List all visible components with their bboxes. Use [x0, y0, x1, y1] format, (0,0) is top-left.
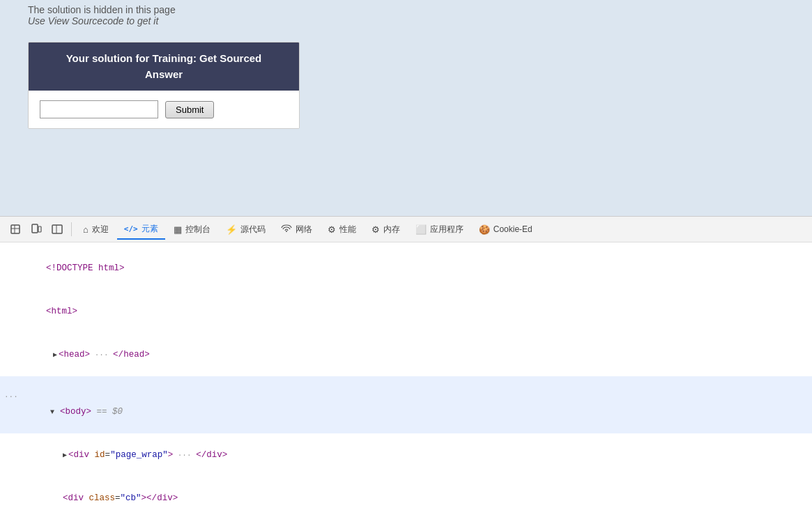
tab-memory-label: 内存 — [383, 224, 400, 236]
solution-box: Your solution for Training: Get Sourced … — [28, 42, 300, 129]
tab-network[interactable]: 网络 — [274, 220, 319, 239]
solution-body: Submit — [29, 91, 299, 128]
memory-icon: ⚙ — [371, 224, 380, 235]
code-line-body: ··· ▼ <body> == $0 — [0, 376, 812, 433]
submit-button[interactable]: Submit — [165, 101, 214, 118]
tab-application-label: 应用程序 — [430, 224, 464, 236]
answer-input[interactable] — [40, 100, 158, 118]
tab-console[interactable]: ▦ 控制台 — [167, 220, 217, 239]
tab-console-label: 控制台 — [185, 224, 210, 236]
tab-elements-label: 元素 — [141, 223, 158, 235]
svg-rect-5 — [52, 225, 62, 233]
tab-welcome[interactable]: ⌂ 欢迎 — [76, 220, 116, 239]
devtools-toolbar: ⌂ 欢迎 </> 元素 ▦ 控制台 ⚡ 源代码 网络 ⚙ 性能 — [0, 216, 812, 242]
code-line-div-pagewrap: ▶<div id="page_wrap"> ··· </div> — [0, 433, 812, 477]
devtools-code-panel[interactable]: <!DOCTYPE html> <html> ▶<head> ··· </hea… — [0, 242, 812, 517]
hint-text: The solution is hidden in this page Use … — [14, 0, 798, 29]
console-icon: ▦ — [174, 224, 182, 235]
performance-icon: ⚙ — [328, 224, 336, 235]
tab-source-label: 源代码 — [240, 224, 266, 236]
tab-network-label: 网络 — [296, 224, 312, 236]
home-icon: ⌂ — [83, 224, 89, 235]
tab-application[interactable]: ⬜ 应用程序 — [408, 220, 470, 239]
source-icon: ⚡ — [226, 224, 237, 235]
svg-rect-4 — [38, 226, 41, 232]
tab-elements[interactable]: </> 元素 — [117, 219, 165, 240]
tab-cookie[interactable]: 🍪 Cookie-Ed — [472, 221, 539, 238]
network-icon — [281, 224, 292, 235]
devtools-device-icon[interactable] — [26, 219, 46, 239]
code-line-head: ▶<head> ··· </head> — [0, 333, 812, 376]
line-dots: ··· — [4, 391, 18, 403]
solution-header: Your solution for Training: Get Sourced … — [29, 43, 299, 91]
elements-icon: </> — [124, 224, 138, 233]
code-line-html-open: <html> — [0, 290, 812, 333]
tab-cookie-label: Cookie-Ed — [493, 224, 533, 234]
code-line-doctype: <!DOCTYPE html> — [0, 247, 812, 290]
svg-point-7 — [286, 231, 287, 232]
tab-performance[interactable]: ⚙ 性能 — [321, 220, 363, 239]
page-content-area: The solution is hidden in this page Use … — [0, 0, 812, 216]
application-icon: ⬜ — [415, 224, 427, 235]
tab-welcome-label: 欢迎 — [92, 224, 109, 236]
tab-memory[interactable]: ⚙ 内存 — [365, 220, 407, 239]
devtools-panel-icon[interactable] — [47, 219, 67, 239]
devtools-inspect-icon[interactable] — [6, 219, 25, 239]
cookie-icon: 🍪 — [479, 224, 490, 235]
toolbar-separator-1 — [71, 222, 72, 236]
svg-rect-3 — [32, 224, 38, 233]
svg-rect-0 — [11, 225, 20, 233]
code-line-div-cb: <div class="cb"></div> — [0, 477, 812, 517]
tab-performance-label: 性能 — [339, 224, 356, 236]
tab-source[interactable]: ⚡ 源代码 — [219, 220, 273, 239]
